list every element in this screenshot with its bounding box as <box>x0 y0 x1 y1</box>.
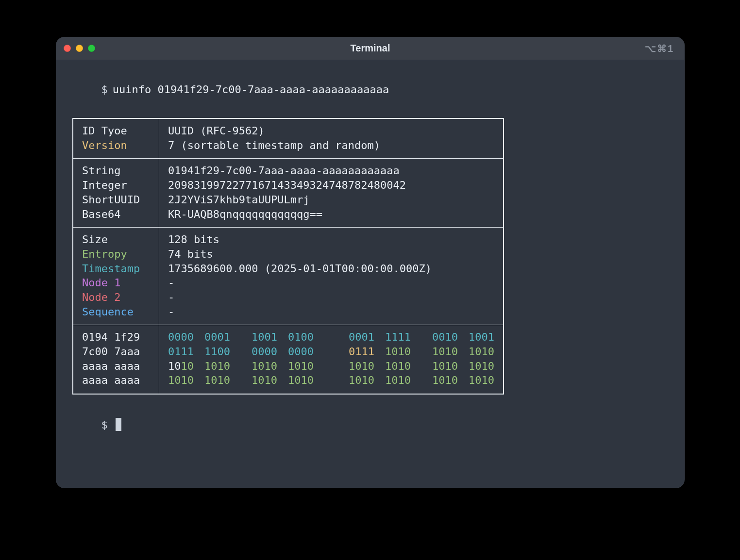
table-row: 0194 1f297c00 7aaaaaaa aaaaaaaa aaaa 000… <box>73 325 504 394</box>
value-node2: - <box>168 291 174 303</box>
hex-row: 0194 1f29 <box>82 330 150 345</box>
terminal-window: Terminal ⌥⌘1 $uuinfo 01941f29-7c00-7aaa-… <box>56 37 685 488</box>
window-shortcut: ⌥⌘1 <box>645 43 674 54</box>
label-size: Size <box>82 233 108 246</box>
label-timestamp: Timestamp <box>82 263 140 275</box>
value-string: 01941f29-7c00-7aaa-aaaa-aaaaaaaaaaaa <box>168 165 400 177</box>
section-labels: ID TyoeVersion <box>73 118 159 159</box>
label-version: Version <box>82 139 127 151</box>
hex-row: aaaa aaaa <box>82 359 150 374</box>
prompt-line-empty: $ <box>63 403 678 446</box>
table-row: ID TyoeVersion UUID (RFC-9562)7 (sortabl… <box>73 118 504 159</box>
section-values: UUID (RFC-9562)7 (sortable timestamp and… <box>159 118 504 159</box>
table-row: SizeEntropyTimestampNode 1Node 2Sequence… <box>73 228 504 325</box>
label-base64: Base64 <box>82 208 120 220</box>
cursor-icon <box>116 418 121 430</box>
binary-row: 01111100000000000111101010101010 <box>168 345 494 359</box>
window-title: Terminal <box>56 43 685 54</box>
minimize-icon[interactable] <box>76 45 83 52</box>
table-row: StringIntegerShortUUIDBase64 01941f29-7c… <box>73 159 504 228</box>
traffic-lights <box>64 45 95 52</box>
value-base64: KR-UAQB8qnqqqqqqqqqqqg== <box>168 208 322 220</box>
label-sequence: Sequence <box>82 306 134 318</box>
command-text: uuinfo 01941f29-7c00-7aaa-aaaa-aaaaaaaaa… <box>113 83 389 96</box>
zoom-icon[interactable] <box>88 45 95 52</box>
value-sequence: - <box>168 306 174 318</box>
label-entropy: Entropy <box>82 248 127 260</box>
binary-row: 10101010101010101010101010101010 <box>168 359 494 374</box>
section-values: 128 bits74 bits1735689600.000 (2025-01-0… <box>159 228 504 325</box>
label-node1: Node 1 <box>82 277 120 289</box>
value-entropy: 74 bits <box>168 248 213 260</box>
uuinfo-table: ID TyoeVersion UUID (RFC-9562)7 (sortabl… <box>72 118 504 395</box>
value-version: 7 (sortable timestamp and random) <box>168 139 380 151</box>
label-node2: Node 2 <box>82 291 120 303</box>
section-labels: SizeEntropyTimestampNode 1Node 2Sequence <box>73 228 159 325</box>
binary-row: 00000001100101000001111100101001 <box>168 330 494 345</box>
hex-column: 0194 1f297c00 7aaaaaaa aaaaaaaa aaaa <box>73 325 159 394</box>
label-id-type: ID Tyoe <box>82 125 127 137</box>
value-id-type: UUID (RFC-9562) <box>168 125 265 137</box>
value-node1: - <box>168 277 174 289</box>
terminal-body[interactable]: $uuinfo 01941f29-7c00-7aaa-aaaa-aaaaaaaa… <box>56 60 685 462</box>
binary-column: 0000000110010100000111110010100101111100… <box>159 325 504 394</box>
value-timestamp: 1735689600.000 (2025-01-01T00:00:00.000Z… <box>168 263 432 275</box>
hex-row: 7c00 7aaa <box>82 345 150 359</box>
prompt-symbol: $ <box>101 419 107 431</box>
label-string: String <box>82 165 120 177</box>
value-size: 128 bits <box>168 233 219 246</box>
prompt-line: $uuinfo 01941f29-7c00-7aaa-aaaa-aaaaaaaa… <box>63 68 678 111</box>
titlebar[interactable]: Terminal ⌥⌘1 <box>56 37 685 60</box>
value-integer: 2098319972277167143349324748782480042 <box>168 179 406 191</box>
prompt-symbol: $ <box>101 83 107 96</box>
section-values: 01941f29-7c00-7aaa-aaaa-aaaaaaaaaaaa2098… <box>159 159 504 228</box>
value-shortuuid: 2J2YViS7khb9taUUPULmrj <box>168 194 309 206</box>
label-integer: Integer <box>82 179 127 191</box>
label-shortuuid: ShortUUID <box>82 194 140 206</box>
close-icon[interactable] <box>64 45 71 52</box>
binary-row: 10101010101010101010101010101010 <box>168 373 494 388</box>
hex-row: aaaa aaaa <box>82 373 150 388</box>
section-labels: StringIntegerShortUUIDBase64 <box>73 159 159 228</box>
